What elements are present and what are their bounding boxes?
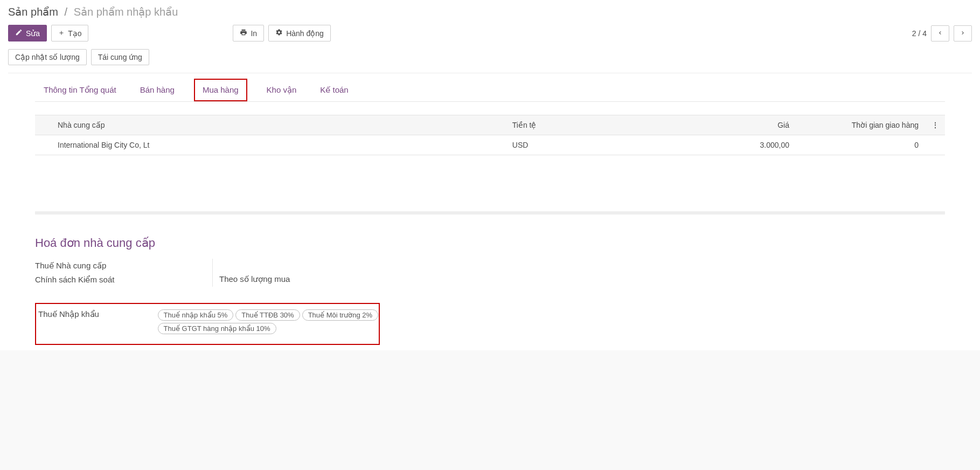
col-lead-time[interactable]: Thời gian giao hàng [796,115,925,135]
table-row[interactable]: International Big City Co, Lt USD 3.000,… [35,135,945,155]
import-tax-tags: Thuế nhập khẩu 5% Thuế TTĐB 30% Thuế Môi… [158,309,379,334]
chevron-right-icon [960,29,966,38]
pencil-icon [15,29,23,38]
pager-next-button[interactable] [954,25,972,42]
action-button[interactable]: Hành động [268,25,331,42]
breadcrumb: Sản phẩm / Sản phẩm nhập khẩu [8,5,972,18]
tab-inventory[interactable]: Kho vận [262,79,301,101]
control-policy-label: Chính sách Kiểm soát [35,273,201,287]
breadcrumb-current: Sản phẩm nhập khẩu [74,6,178,18]
plus-icon [58,29,65,38]
tab-sales[interactable]: Bán hàng [136,79,179,101]
tab-accounting[interactable]: Kế toán [316,79,352,101]
action-button-label: Hành động [286,29,324,38]
edit-button[interactable]: Sửa [8,25,47,42]
toolbar: Sửa Tạo In Hành động [8,25,972,42]
tab-purchase[interactable]: Mua hàng [194,79,247,101]
create-button-label: Tạo [68,29,81,38]
print-icon [240,29,247,38]
vendor-tax-label: Thuế Nhà cung cấp [35,259,201,273]
import-tax-box: Thuế Nhập khẩu Thuế nhập khẩu 5% Thuế TT… [35,303,380,345]
chevron-left-icon [937,29,943,38]
vendor-bill-heading: Hoá đơn nhà cung cấp [35,236,945,250]
col-currency[interactable]: Tiền tệ [506,115,666,135]
cell-lead-time: 0 [796,135,925,155]
import-tax-label: Thuế Nhập khẩu [36,309,158,334]
col-options[interactable]: ⋮ [925,115,945,135]
tax-tag[interactable]: Thuế GTGT hàng nhập khẩu 10% [158,323,276,334]
vendor-bill-section: Hoá đơn nhà cung cấp Thuế Nhà cung cấp C… [35,236,945,287]
resupply-button[interactable]: Tái cung ứng [91,49,149,65]
control-policy-value: Theo số lượng mua [219,272,290,286]
tabs: Thông tin Tổng quát Bán hàng Mua hàng Kh… [35,79,945,102]
cell-price: 3.000,00 [666,135,796,155]
vendors-table: Nhà cung cấp Tiền tệ Giá Thời gian giao … [35,115,945,155]
pager: 2 / 4 [912,25,972,42]
update-qty-button[interactable]: Cập nhật số lượng [8,49,87,65]
pager-prev-button[interactable] [931,25,949,42]
tax-tag[interactable]: Thuế nhập khẩu 5% [158,309,234,321]
tab-general[interactable]: Thông tin Tổng quát [39,79,121,101]
breadcrumb-root[interactable]: Sản phẩm [8,6,58,18]
print-button-label: In [251,29,257,38]
cell-currency: USD [506,135,666,155]
cell-vendor: International Big City Co, Lt [51,135,506,155]
gear-icon [275,29,283,38]
kebab-icon: ⋮ [932,121,939,129]
pager-text: 2 / 4 [912,29,927,38]
col-vendor[interactable]: Nhà cung cấp [51,115,506,135]
create-button[interactable]: Tạo [51,25,88,42]
col-price[interactable]: Giá [666,115,796,135]
edit-button-label: Sửa [26,29,40,38]
status-buttons: Cập nhật số lượng Tái cung ứng [8,49,972,73]
breadcrumb-separator: / [65,6,68,18]
print-button[interactable]: In [233,25,264,42]
tax-tag[interactable]: Thuế Môi trường 2% [302,309,378,321]
tax-tag[interactable]: Thuế TTĐB 30% [235,309,300,321]
